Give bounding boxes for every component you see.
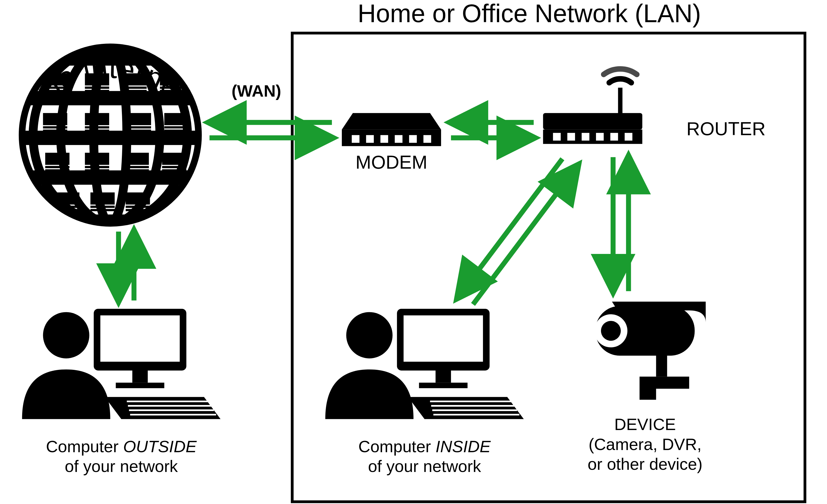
svg-rect-70 [85,169,109,171]
svg-rect-67 [45,169,69,171]
computer-inside-label: Computer INSIDE of your network [358,437,491,475]
svg-rect-64 [164,130,189,132]
svg-text:DEVICE: DEVICE [614,415,676,434]
svg-rect-65 [45,153,69,165]
svg-rect-46 [85,90,109,92]
svg-rect-55 [43,130,67,132]
svg-rect-76 [162,169,187,171]
svg-line-101 [458,159,563,298]
camera-icon [594,302,706,400]
svg-rect-62 [164,113,189,125]
svg-rect-58 [85,130,109,132]
svg-rect-45 [85,87,109,89]
svg-rect-71 [125,153,149,165]
device-label: DEVICE (Camera, DVR, or other device) [588,415,702,473]
svg-text:Computer INSIDE: Computer INSIDE [358,437,491,456]
svg-line-102 [473,165,578,305]
svg-text:Computer OUTSIDE: Computer OUTSIDE [46,437,197,456]
computer-outside-label: Computer OUTSIDE of your network [46,437,197,475]
svg-rect-81 [90,206,115,208]
svg-rect-57 [85,126,109,129]
svg-text:or other device): or other device) [588,455,702,473]
svg-rect-85 [126,209,150,211]
svg-text:of your network: of your network [65,457,178,475]
router-label: ROUTER [686,118,765,139]
svg-rect-56 [85,113,109,125]
svg-rect-82 [90,209,115,211]
svg-rect-72 [125,166,149,168]
svg-rect-74 [162,153,187,165]
computer-outside-icon [22,309,221,419]
svg-rect-60 [127,126,151,129]
modem-label: MODEM [355,152,427,172]
svg-rect-63 [164,126,189,129]
wan-label: (WAN) [232,82,281,100]
svg-rect-61 [127,130,151,132]
modem-icon [342,113,441,146]
svg-text:(Camera, DVR,: (Camera, DVR, [588,435,701,454]
lan-title: Home or Office Network (LAN) [357,0,701,28]
svg-rect-73 [125,169,149,171]
svg-text:of your network: of your network [368,457,481,475]
svg-rect-66 [45,166,69,168]
svg-rect-68 [85,153,109,165]
svg-rect-69 [85,166,109,168]
network-diagram: Home or Office Network (LAN) [0,0,827,504]
svg-rect-49 [123,90,147,92]
router-icon [543,69,642,144]
svg-rect-54 [43,126,67,129]
svg-rect-84 [126,206,150,208]
svg-rect-75 [162,166,187,168]
svg-rect-59 [127,113,151,125]
svg-rect-53 [43,113,67,125]
lan-box [292,33,805,502]
computer-inside-icon [325,309,524,419]
svg-rect-83 [126,193,150,205]
svg-rect-80 [90,193,115,205]
